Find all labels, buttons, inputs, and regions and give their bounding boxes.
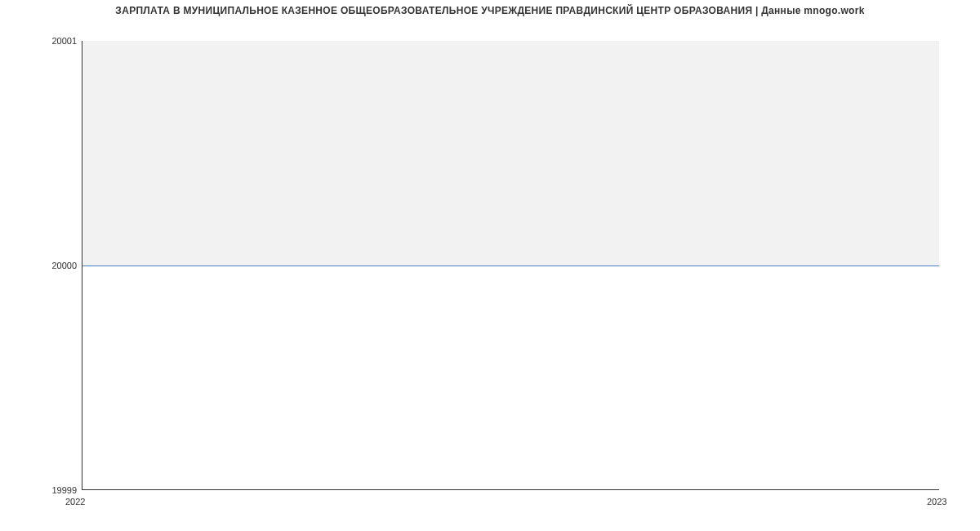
chart-title: ЗАРПЛАТА В МУНИЦИПАЛЬНОЕ КАЗЕННОЕ ОБЩЕОБ… <box>0 5 980 16</box>
y-tick-label: 20001 <box>3 36 77 46</box>
plot-area <box>82 41 939 490</box>
y-tick-label: 20000 <box>3 261 77 270</box>
grid-band <box>82 41 939 266</box>
series-line <box>82 266 939 266</box>
y-tick-label: 19999 <box>3 485 77 495</box>
salary-chart: ЗАРПЛАТА В МУНИЦИПАЛЬНОЕ КАЗЕННОЕ ОБЩЕОБ… <box>0 0 980 531</box>
x-tick-label: 2023 <box>927 497 947 506</box>
x-tick-label: 2022 <box>65 497 85 506</box>
